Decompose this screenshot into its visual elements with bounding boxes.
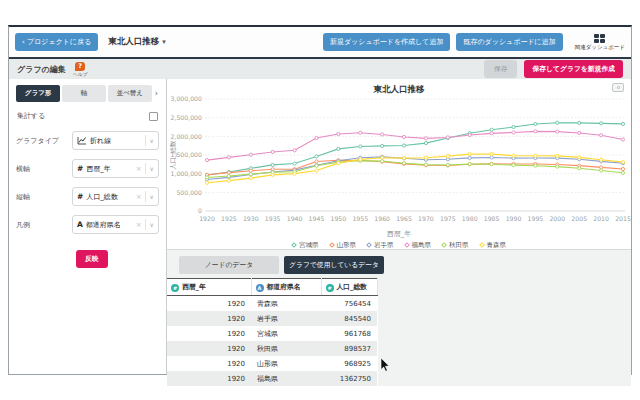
x-axis-label: 横軸 <box>16 159 72 174</box>
tab-sort[interactable]: 並べ替え <box>108 85 152 102</box>
svg-text:2010: 2010 <box>593 215 609 222</box>
svg-text:1980: 1980 <box>462 215 478 222</box>
table-cell: 961768 <box>321 326 377 341</box>
mouse-cursor <box>380 358 392 372</box>
table-cell: 1920 <box>167 356 251 371</box>
remove-icon[interactable]: × <box>133 165 145 173</box>
svg-text:500,000: 500,000 <box>176 189 202 196</box>
related-dashboard-label: 関連ダッシュボード <box>575 44 625 51</box>
tab-node-data[interactable]: ノードのデータ <box>179 256 279 274</box>
dashboard-grid-icon <box>594 34 605 43</box>
svg-text:1920: 1920 <box>199 215 215 222</box>
svg-text:1930: 1930 <box>243 215 259 222</box>
table-cell: 岩手県 <box>251 311 321 326</box>
apply-button[interactable]: 反映 <box>76 250 108 268</box>
svg-text:2005: 2005 <box>571 215 587 222</box>
edit-toolbar: グラフの編集 ? ヘルプ 保存 保存してグラフを新規作成 <box>9 59 631 79</box>
legend-field[interactable]: A 都道府県名 × ∨ <box>72 215 159 234</box>
svg-text:1945: 1945 <box>309 215 325 222</box>
svg-text:1995: 1995 <box>528 215 544 222</box>
legend-marker-icon <box>329 242 335 248</box>
chevron-down-icon[interactable]: ▾ <box>162 38 166 46</box>
tab-chart-shape[interactable]: グラフ形 <box>16 85 60 102</box>
help-label: ヘルプ <box>73 71 88 77</box>
legend-item[interactable]: 岩手県 <box>367 241 394 250</box>
svg-text:3,000,000: 3,000,000 <box>171 95 203 102</box>
help-button[interactable]: ? ヘルプ <box>73 62 88 77</box>
top-header: ‹ プロジェクトに戻る 東北人口推移 ▾ 新規ダッシュボードを作成して追加 既存… <box>9 27 631 57</box>
chart-type-select[interactable]: 折れ線 ∨ <box>72 131 159 150</box>
table-row: 1920秋田県898537 <box>167 341 377 356</box>
svg-text:1990: 1990 <box>506 215 522 222</box>
column-header-population[interactable]: #人口_総数 <box>321 279 377 296</box>
svg-text:1985: 1985 <box>484 215 500 222</box>
table-row: 1920山形県968925 <box>167 356 377 371</box>
back-to-project-button[interactable]: ‹ プロジェクトに戻る <box>15 33 98 51</box>
remove-icon[interactable]: × <box>133 221 145 229</box>
table-cell: 756454 <box>321 296 377 312</box>
svg-text:2000: 2000 <box>549 215 565 222</box>
svg-text:1935: 1935 <box>265 215 281 222</box>
save-as-new-chart-button[interactable]: 保存してグラフを新規作成 <box>524 60 623 78</box>
legend-item[interactable]: 福島県 <box>405 241 432 250</box>
legend-item[interactable]: 青森県 <box>480 241 507 250</box>
svg-text:2,000,000: 2,000,000 <box>171 133 203 140</box>
aggregate-checkbox[interactable] <box>149 112 158 121</box>
legend-marker-icon <box>441 242 447 248</box>
table-cell: 845540 <box>321 311 377 326</box>
x-axis-field[interactable]: # 西暦_年 × ∨ <box>72 159 159 178</box>
camera-download-icon[interactable] <box>612 83 624 92</box>
svg-text:2015: 2015 <box>615 215 631 222</box>
column-header-prefecture[interactable]: A都道府県名 <box>251 279 321 296</box>
numeric-column-icon: # <box>326 284 334 292</box>
legend-marker-icon <box>404 242 410 248</box>
save-button[interactable]: 保存 <box>484 60 518 78</box>
svg-text:1,000,000: 1,000,000 <box>171 170 203 177</box>
column-header-year[interactable]: #西暦_年 <box>167 279 251 296</box>
table-cell: 福島県 <box>251 371 321 386</box>
tabs-overflow-chevron[interactable]: › <box>154 89 159 98</box>
remove-icon[interactable]: × <box>133 193 145 201</box>
legend-item[interactable]: 秋田県 <box>442 241 469 250</box>
chevron-down-icon[interactable]: ∨ <box>145 163 156 174</box>
y-axis-field[interactable]: # 人口_総数 × ∨ <box>72 187 159 206</box>
table-cell: 1920 <box>167 371 251 386</box>
table-row: 1920岩手県845540 <box>167 311 377 326</box>
table-cell: 1920 <box>167 296 251 312</box>
line-chart[interactable]: 0500,0001,000,0001,500,0002,000,0002,500… <box>167 95 632 225</box>
legend-item[interactable]: 山形県 <box>330 241 357 250</box>
text-type-icon: A <box>77 220 83 229</box>
chevron-down-icon[interactable]: ∨ <box>145 191 156 202</box>
existing-dashboard-button[interactable]: 既存のダッシュボードに追加 <box>456 33 562 51</box>
app-window: ‹ プロジェクトに戻る 東北人口推移 ▾ 新規ダッシュボードを作成して追加 既存… <box>8 25 632 375</box>
tab-axis[interactable]: 軸 <box>62 85 106 102</box>
svg-text:1940: 1940 <box>287 215 303 222</box>
x-axis-title: 西暦_年 <box>167 229 631 239</box>
svg-text:1960: 1960 <box>374 215 390 222</box>
chart-title: 東北人口推移 <box>108 36 159 48</box>
svg-text:1975: 1975 <box>440 215 456 222</box>
table-row: 1920青森県756454 <box>167 296 377 312</box>
table-row: 1920宮城県961768 <box>167 326 377 341</box>
legend-field-label: 凡例 <box>16 215 72 230</box>
table-cell: 宮城県 <box>251 326 321 341</box>
svg-text:人口_総数: 人口_総数 <box>169 140 177 170</box>
table-cell: 秋田県 <box>251 341 321 356</box>
svg-text:0: 0 <box>198 207 202 214</box>
chevron-down-icon[interactable]: ∨ <box>145 219 156 230</box>
data-table-section: ノードのデータ グラフで使用しているデータ #西暦_年 A都道府県名 <box>167 249 631 386</box>
table-cell: 1920 <box>167 311 251 326</box>
table-row: 1920福島県1362750 <box>167 371 377 386</box>
related-dashboard-button[interactable]: 関連ダッシュボード <box>575 34 625 51</box>
svg-text:1950: 1950 <box>330 215 346 222</box>
line-chart-icon <box>77 136 87 145</box>
svg-text:1970: 1970 <box>418 215 434 222</box>
chart-heading: 東北人口推移 <box>167 79 631 95</box>
legend-item[interactable]: 宮城県 <box>292 241 319 250</box>
main-area: 東北人口推移 0500,0001,000,0001,500,0002,000,0… <box>167 79 631 374</box>
new-dashboard-button[interactable]: 新規ダッシュボードを作成して追加 <box>323 33 450 51</box>
tab-chart-data[interactable]: グラフで使用しているデータ <box>284 256 384 274</box>
table-cell: 1920 <box>167 326 251 341</box>
legend-marker-icon <box>479 242 485 248</box>
chevron-down-icon[interactable]: ∨ <box>145 135 156 146</box>
